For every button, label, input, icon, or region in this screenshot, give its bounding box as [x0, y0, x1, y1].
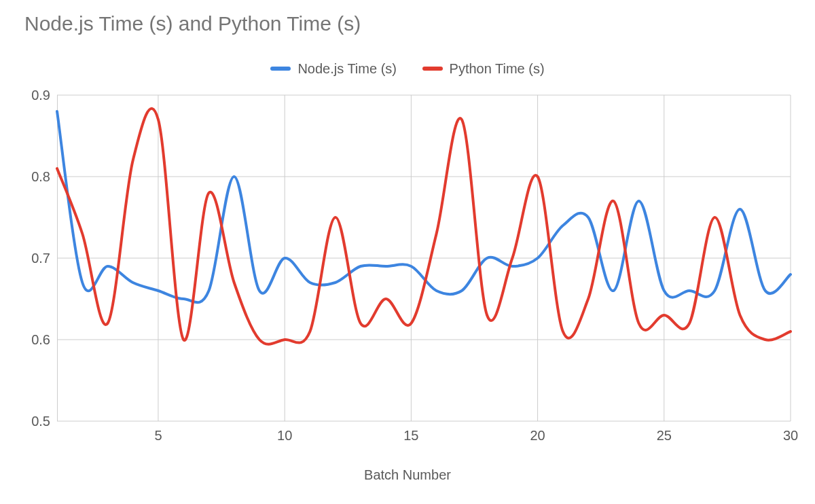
x-tick-label: 10 — [277, 428, 292, 444]
y-tick-label: 0.9 — [10, 88, 50, 103]
y-tick-label: 0.5 — [10, 414, 50, 429]
legend-swatch-python — [422, 67, 443, 71]
plot-svg — [57, 95, 791, 421]
y-tick-label: 0.6 — [10, 332, 50, 348]
chart-container: Node.js Time (s) and Python Time (s) Nod… — [0, 0, 815, 504]
series-line — [57, 109, 791, 344]
x-tick-label: 30 — [783, 428, 798, 444]
y-tick-label: 0.8 — [10, 169, 50, 185]
chart-legend: Node.js Time (s) Python Time (s) — [0, 58, 815, 77]
chart-title: Node.js Time (s) and Python Time (s) — [24, 12, 361, 35]
legend-item-python: Python Time (s) — [422, 61, 545, 77]
x-tick-label: 25 — [657, 428, 672, 444]
y-tick-label: 0.7 — [10, 251, 50, 266]
legend-item-nodejs: Node.js Time (s) — [270, 61, 397, 77]
plot-area — [57, 95, 791, 421]
legend-label: Python Time (s) — [450, 61, 545, 77]
x-tick-label: 20 — [530, 428, 545, 444]
legend-label: Node.js Time (s) — [297, 61, 397, 77]
x-tick-label: 15 — [403, 428, 418, 444]
x-tick-label: 5 — [154, 428, 162, 444]
x-axis-title: Batch Number — [0, 467, 815, 483]
legend-swatch-nodejs — [270, 67, 291, 71]
